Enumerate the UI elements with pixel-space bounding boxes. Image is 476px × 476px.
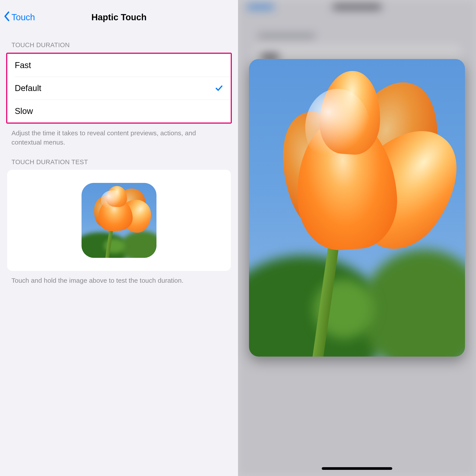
haptic-preview-popup[interactable] bbox=[249, 59, 465, 357]
page-title: Haptic Touch bbox=[0, 12, 238, 22]
checkmark-icon bbox=[215, 84, 223, 92]
preview-screen bbox=[238, 0, 476, 476]
touch-test-card bbox=[7, 170, 231, 271]
settings-screen: Touch Haptic Touch TOUCH DURATION Fast D… bbox=[0, 0, 238, 476]
option-label: Slow bbox=[15, 106, 33, 116]
back-button[interactable]: Touch bbox=[3, 12, 35, 23]
option-label: Fast bbox=[15, 61, 31, 70]
home-indicator[interactable] bbox=[322, 467, 392, 470]
touch-test-image[interactable] bbox=[82, 183, 156, 258]
option-slow[interactable]: Slow bbox=[7, 100, 231, 122]
option-default[interactable]: Default bbox=[7, 77, 231, 100]
option-label: Default bbox=[15, 84, 41, 93]
section-header-touch-duration: TOUCH DURATION bbox=[0, 41, 238, 53]
back-label: Touch bbox=[12, 12, 35, 22]
chevron-left-icon bbox=[3, 12, 10, 23]
section-footer-touch-test: Touch and hold the image above to test t… bbox=[0, 271, 238, 285]
section-header-touch-test: TOUCH DURATION TEST bbox=[0, 158, 238, 170]
section-footer-touch-duration: Adjust the time it takes to reveal conte… bbox=[0, 124, 238, 147]
nav-bar: Touch Haptic Touch bbox=[0, 6, 238, 28]
flower-preview bbox=[249, 59, 465, 357]
flower-thumbnail bbox=[82, 183, 156, 258]
touch-duration-options: Fast Default Slow bbox=[6, 53, 232, 124]
option-fast[interactable]: Fast bbox=[7, 54, 231, 77]
